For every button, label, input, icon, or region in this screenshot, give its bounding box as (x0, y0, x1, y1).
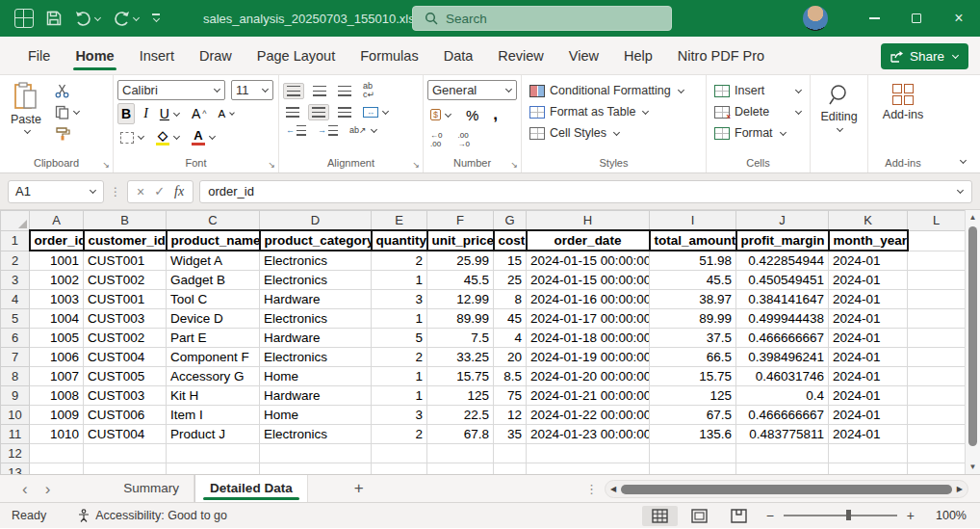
cell-F6[interactable]: 7.5 (427, 329, 494, 348)
cell-I6[interactable]: 37.5 (650, 329, 736, 348)
insert-cells-button[interactable]: Insert (710, 80, 806, 101)
cell-J1[interactable]: profit_margin (736, 230, 829, 251)
row-header-3[interactable]: 3 (1, 271, 30, 290)
cell-F10[interactable]: 22.5 (427, 406, 494, 425)
cell-A6[interactable]: 1005 (30, 329, 84, 348)
horizontal-scrollbar-thumb[interactable] (621, 485, 952, 494)
insert-function-button[interactable]: fx (174, 184, 184, 199)
cell-J10[interactable]: 0.466666667 (736, 406, 829, 425)
cell-C8[interactable]: Accessory G (167, 367, 260, 386)
cell-A9[interactable]: 1008 (30, 386, 84, 406)
increase-font-size-button[interactable]: A^ (189, 104, 210, 123)
zoom-slider-handle[interactable] (846, 510, 851, 520)
scroll-down-icon[interactable]: ▼ (966, 460, 980, 474)
cell-G12[interactable] (494, 444, 527, 463)
cell-B2[interactable]: CUST001 (84, 251, 167, 271)
cell-F12[interactable] (427, 444, 494, 463)
accessibility-status[interactable]: Accessibility: Good to go (77, 509, 227, 522)
normal-view-button[interactable] (642, 506, 678, 526)
align-center-button[interactable] (308, 104, 329, 120)
cell-L4[interactable] (908, 290, 966, 309)
cell-E7[interactable]: 2 (372, 348, 427, 367)
cell-H9[interactable]: 2024-01-21 00:00:00 (527, 386, 650, 406)
format-as-table-button[interactable]: Format as Table (526, 101, 702, 122)
cell-A11[interactable]: 1010 (30, 425, 84, 444)
cell-G3[interactable]: 25 (494, 271, 527, 290)
cell-I4[interactable]: 38.97 (650, 290, 736, 309)
row-header-4[interactable]: 4 (1, 290, 30, 309)
merge-center-button[interactable]: ↔ (360, 105, 392, 119)
cell-J6[interactable]: 0.466666667 (736, 329, 829, 348)
font-name-select[interactable]: Calibri (117, 80, 225, 100)
column-header-D[interactable]: D (260, 211, 372, 231)
clipboard-dialog-launcher-icon[interactable]: ↘ (102, 161, 110, 170)
column-header-B[interactable]: B (84, 211, 167, 231)
cell-C3[interactable]: Gadget B (167, 271, 260, 290)
cell-H2[interactable]: 2024-01-15 00:00:00 (527, 251, 650, 271)
cell-I9[interactable]: 125 (650, 386, 736, 406)
cell-K13[interactable] (829, 463, 908, 475)
column-header-F[interactable]: F (427, 211, 494, 231)
cell-H1[interactable]: order_date (527, 230, 650, 251)
tab-scroll-splitter[interactable]: ⋮ (585, 482, 598, 496)
cell-B13[interactable] (84, 463, 167, 475)
tab-help[interactable]: Help (611, 37, 665, 75)
cell-D7[interactable]: Electronics (260, 348, 372, 367)
decrease-decimal-button[interactable]: .00→0 (454, 129, 472, 150)
cell-I2[interactable]: 51.98 (650, 251, 736, 271)
name-box-resize-handle[interactable]: ⋮ (110, 185, 121, 198)
scroll-up-icon[interactable]: ▲ (966, 210, 980, 225)
tab-nitro-pdf-pro[interactable]: Nitro PDF Pro (665, 37, 777, 75)
tab-review[interactable]: Review (485, 37, 556, 75)
cell-C5[interactable]: Device D (167, 309, 260, 329)
cell-E3[interactable]: 1 (372, 271, 427, 290)
cell-J5[interactable]: 0.499944438 (736, 309, 829, 329)
cell-C4[interactable]: Tool C (167, 290, 260, 309)
cell-C12[interactable] (167, 444, 260, 463)
cell-styles-button[interactable]: Cell Styles (526, 122, 702, 144)
page-break-view-button[interactable] (721, 506, 757, 526)
cell-G13[interactable] (494, 463, 527, 475)
page-layout-view-button[interactable] (682, 506, 717, 526)
cell-B9[interactable]: CUST003 (84, 386, 167, 406)
tab-home[interactable]: Home (63, 37, 126, 75)
cell-H12[interactable] (527, 444, 650, 463)
cell-F1[interactable]: unit_price (427, 230, 494, 251)
cell-A1[interactable]: order_id (30, 230, 84, 251)
cell-K3[interactable]: 2024-01 (829, 271, 908, 290)
font-color-button[interactable]: A (189, 127, 219, 147)
cell-E5[interactable]: 1 (372, 309, 427, 329)
cell-C9[interactable]: Kit H (167, 386, 260, 406)
cell-J12[interactable] (736, 444, 829, 463)
row-header-9[interactable]: 9 (1, 386, 30, 406)
cell-L5[interactable] (908, 309, 966, 329)
zoom-slider[interactable] (784, 515, 897, 516)
cell-D9[interactable]: Hardware (260, 386, 372, 406)
cell-J11[interactable]: 0.483775811 (736, 425, 829, 444)
column-header-G[interactable]: G (494, 211, 527, 231)
decrease-indent-button[interactable]: ← (283, 123, 309, 138)
minimize-button[interactable] (853, 0, 895, 37)
row-header-1[interactable]: 1 (1, 230, 30, 251)
cell-H5[interactable]: 2024-01-17 00:00:00 (527, 309, 650, 329)
cell-B8[interactable]: CUST005 (84, 367, 167, 386)
new-sheet-button[interactable]: + (354, 479, 364, 498)
cell-A8[interactable]: 1007 (30, 367, 84, 386)
number-dialog-launcher-icon[interactable]: ↘ (510, 161, 518, 170)
cell-C2[interactable]: Widget A (167, 251, 260, 271)
borders-button[interactable] (117, 130, 147, 145)
column-header-A[interactable]: A (30, 211, 84, 231)
tab-draw[interactable]: Draw (187, 37, 245, 75)
cell-E6[interactable]: 5 (372, 329, 427, 348)
bottom-align-button[interactable] (335, 84, 354, 98)
cell-L1[interactable] (908, 230, 966, 251)
font-dialog-launcher-icon[interactable]: ↘ (268, 161, 275, 170)
collapse-ribbon-icon[interactable] (960, 157, 967, 164)
conditional-formatting-button[interactable]: Conditional Formatting (526, 80, 702, 101)
underline-button[interactable]: U (157, 104, 183, 123)
cell-I1[interactable]: total_amount (650, 230, 736, 251)
cell-D5[interactable]: Electronics (260, 309, 372, 329)
formula-bar-expand-icon[interactable] (957, 187, 964, 194)
zoom-in-button[interactable]: + (901, 508, 920, 523)
excel-logo-icon[interactable] (12, 6, 37, 31)
